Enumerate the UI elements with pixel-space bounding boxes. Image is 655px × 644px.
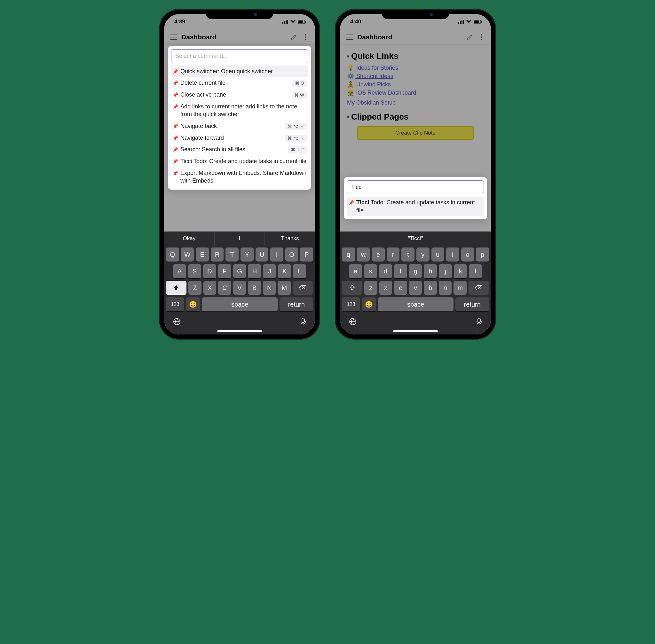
- key-u[interactable]: U: [255, 248, 269, 261]
- key-c[interactable]: c: [394, 281, 407, 295]
- key-i[interactable]: I: [270, 248, 284, 261]
- command-list: 📌 Ticci Todo: Create and update tasks in…: [347, 197, 484, 216]
- suggestion[interactable]: "Ticci": [340, 231, 491, 246]
- return-key[interactable]: return: [279, 297, 313, 312]
- key-b[interactable]: b: [424, 281, 437, 295]
- keyboard[interactable]: "Ticci" qwertyuiop asdfghjkl zxcvbnm 123…: [340, 231, 491, 335]
- key-o[interactable]: o: [461, 248, 474, 261]
- shortcut-badge: ⌘ ⇧ F: [288, 146, 307, 154]
- key-j[interactable]: J: [263, 264, 276, 278]
- mic-icon[interactable]: [476, 318, 482, 325]
- globe-icon[interactable]: [349, 318, 357, 325]
- key-x[interactable]: x: [379, 281, 392, 295]
- key-d[interactable]: D: [203, 264, 216, 278]
- key-u[interactable]: u: [431, 248, 445, 261]
- key-a[interactable]: A: [173, 264, 186, 278]
- key-d[interactable]: d: [379, 264, 392, 278]
- key-l[interactable]: l: [469, 264, 482, 278]
- notch: [206, 9, 273, 19]
- key-f[interactable]: F: [218, 264, 231, 278]
- space-key[interactable]: space: [202, 297, 278, 312]
- home-indicator[interactable]: [217, 330, 262, 332]
- command-item[interactable]: 📌Search: Search in all files⌘ ⇧ F: [171, 143, 308, 155]
- globe-icon[interactable]: [173, 318, 181, 325]
- home-indicator[interactable]: [393, 330, 438, 332]
- key-a[interactable]: a: [349, 264, 362, 278]
- suggestion[interactable]: Okay: [164, 231, 214, 246]
- key-z[interactable]: Z: [188, 281, 202, 295]
- command-item[interactable]: 📌Navigate back⌘ ⌥ ←: [171, 120, 308, 132]
- suggestion[interactable]: Thanks: [265, 231, 315, 246]
- pin-icon: 📌: [173, 146, 178, 153]
- backspace-key[interactable]: [293, 281, 313, 295]
- key-j[interactable]: j: [439, 264, 452, 278]
- command-palette: 📌Quick switcher: Open quick switcher📌Del…: [168, 46, 311, 190]
- emoji-key[interactable]: 😀: [186, 297, 200, 312]
- key-y[interactable]: Y: [241, 248, 254, 261]
- key-o[interactable]: O: [285, 248, 298, 261]
- key-s[interactable]: s: [364, 264, 377, 278]
- key-s[interactable]: S: [188, 264, 201, 278]
- key-c[interactable]: C: [218, 281, 231, 295]
- shift-key[interactable]: [342, 281, 362, 295]
- keyboard[interactable]: Okay I Thanks QWERTYUIOP ASDFGHJKL ZXCVB…: [164, 231, 315, 335]
- key-m[interactable]: m: [453, 281, 467, 295]
- suggestion-bar: Okay I Thanks: [164, 231, 315, 246]
- command-search-input[interactable]: [171, 49, 308, 63]
- numbers-key[interactable]: 123: [166, 297, 184, 312]
- key-t[interactable]: t: [401, 248, 414, 261]
- pin-icon: 📌: [173, 123, 178, 130]
- key-e[interactable]: e: [371, 248, 385, 261]
- key-w[interactable]: W: [181, 248, 194, 261]
- numbers-key[interactable]: 123: [342, 297, 360, 312]
- key-y[interactable]: y: [416, 248, 430, 261]
- emoji-key[interactable]: 😀: [362, 297, 376, 312]
- key-n[interactable]: N: [263, 281, 276, 295]
- pin-icon: 📌: [173, 170, 178, 177]
- pin-icon: 📌: [173, 92, 178, 98]
- key-l[interactable]: L: [293, 264, 306, 278]
- command-item[interactable]: 📌Add links to current note: add links to…: [171, 101, 308, 120]
- key-g[interactable]: g: [409, 264, 422, 278]
- key-x[interactable]: X: [203, 281, 217, 295]
- key-g[interactable]: G: [233, 264, 246, 278]
- command-item[interactable]: 📌Export Markdown with Embeds: Share Mark…: [171, 167, 308, 187]
- key-p[interactable]: P: [300, 248, 313, 261]
- key-z[interactable]: z: [364, 281, 377, 295]
- space-key[interactable]: space: [378, 297, 454, 312]
- command-item[interactable]: 📌Delete current file⌘ O: [171, 77, 308, 89]
- suggestion[interactable]: I: [214, 231, 265, 246]
- key-t[interactable]: T: [225, 248, 239, 261]
- key-k[interactable]: K: [278, 264, 291, 278]
- shift-key[interactable]: [166, 281, 186, 295]
- key-p[interactable]: p: [476, 248, 489, 261]
- command-item[interactable]: 📌Navigate forward⌘ ⌥ →: [171, 132, 308, 144]
- command-item[interactable]: 📌Ticci Todo: Create and update tasks in …: [171, 155, 308, 167]
- key-q[interactable]: q: [342, 248, 355, 261]
- key-h[interactable]: h: [424, 264, 437, 278]
- key-e[interactable]: E: [196, 248, 209, 261]
- command-item[interactable]: 📌Quick switcher: Open quick switcher: [171, 66, 308, 77]
- key-w[interactable]: w: [357, 248, 370, 261]
- pin-icon: 📌: [173, 68, 178, 75]
- command-item[interactable]: 📌Close active pane⌘ W: [171, 89, 308, 101]
- key-q[interactable]: Q: [166, 248, 179, 261]
- key-f[interactable]: f: [394, 264, 407, 278]
- command-item[interactable]: 📌 Ticci Todo: Create and update tasks in…: [347, 197, 484, 216]
- return-key[interactable]: return: [455, 297, 489, 312]
- key-m[interactable]: M: [278, 281, 291, 295]
- key-r[interactable]: r: [387, 248, 400, 261]
- key-v[interactable]: V: [233, 281, 246, 295]
- key-h[interactable]: H: [248, 264, 261, 278]
- backspace-key[interactable]: [469, 281, 489, 295]
- key-k[interactable]: k: [454, 264, 467, 278]
- key-v[interactable]: v: [409, 281, 422, 295]
- phone-left: 4:39 Dashboard 📌Quick switcher: Open qui…: [160, 9, 319, 339]
- key-n[interactable]: n: [439, 281, 452, 295]
- phone-right: 4:40 Dashboard ▾Quick Links 💡 Ideas for …: [336, 9, 495, 339]
- mic-icon[interactable]: [300, 318, 306, 325]
- key-i[interactable]: i: [446, 248, 459, 261]
- command-search-input[interactable]: [347, 180, 484, 194]
- key-r[interactable]: R: [211, 248, 224, 261]
- key-b[interactable]: B: [248, 281, 261, 295]
